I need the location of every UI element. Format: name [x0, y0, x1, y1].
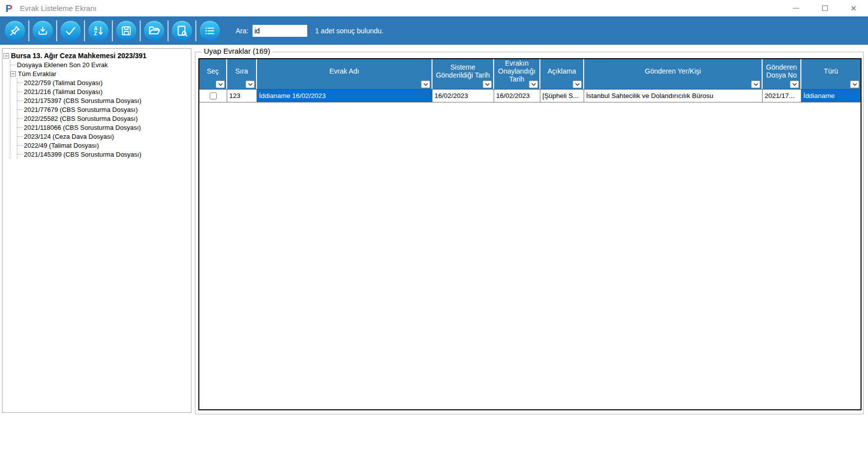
pin-button[interactable] — [5, 21, 25, 41]
search-input[interactable] — [253, 25, 307, 37]
column-filter-button[interactable] — [529, 81, 538, 88]
chevron-down-icon — [754, 83, 758, 86]
tree-item-dosya-5-label: 2021/118066 (CBS Sorusturma Dosyası) — [24, 124, 141, 131]
tree-connector — [17, 154, 22, 155]
table-cell-3[interactable]: 16/02/2023 — [433, 90, 494, 102]
column-header-2[interactable]: Evrak Adı — [257, 59, 433, 89]
tree-item-dosya-6-label: 2023/124 (Ceza Dava Dosyası) — [24, 133, 114, 140]
column-filter-button[interactable] — [850, 81, 859, 88]
close-icon: ✕ — [851, 4, 857, 12]
tree-item-dosya-2-label: 2021/175397 (CBS Sorusturma Dosyası) — [24, 97, 141, 104]
column-filter-button[interactable] — [573, 81, 582, 88]
tree-collapse-toggle[interactable] — [3, 53, 9, 59]
column-header-5[interactable]: Açıklama — [540, 59, 584, 89]
table-cell-6[interactable]: İstanbul Sahtecilik ve Dolandırıcılık Bü… — [584, 90, 763, 102]
evrak-table: SeçSıraEvrak AdıSisteme Gönderildiği Tar… — [198, 58, 862, 410]
minimize-icon — [793, 8, 799, 8]
chevron-down-icon — [485, 83, 490, 86]
close-button[interactable]: ✕ — [839, 0, 868, 16]
tree-item-dosya-6[interactable]: 2023/124 (Ceza Dava Dosyası) — [17, 132, 190, 141]
tree-item-dosya-1[interactable]: 2021/216 (Talimat Dosyası) — [17, 87, 190, 96]
column-filter-button[interactable] — [421, 81, 430, 88]
column-header-0[interactable]: Seç — [199, 59, 227, 89]
tree-connector — [17, 109, 22, 110]
pin-icon — [9, 25, 21, 37]
check-icon — [64, 24, 77, 37]
tree-connector — [17, 83, 22, 83]
column-header-1[interactable]: Sıra — [227, 59, 257, 89]
list-button[interactable] — [200, 21, 220, 41]
tree-item-son-20-evrak-label: Dosyaya Eklenen Son 20 Evrak — [17, 61, 108, 69]
toolbar-separator — [140, 20, 141, 41]
open-folder-button[interactable] — [144, 21, 164, 41]
table-row[interactable]: 123İddianame 16/02/202316/02/202316/02/2… — [199, 90, 861, 102]
tree-item-dosya-8[interactable]: 2021/145399 (CBS Sorusturma Dosyası) — [17, 150, 190, 159]
row-select-checkbox[interactable] — [210, 93, 217, 99]
table-cell-2[interactable]: İddianame 16/02/2023 — [257, 90, 433, 102]
tree-item-dosya-2[interactable]: 2021/175397 (CBS Sorusturma Dosyası) — [17, 96, 190, 105]
column-filter-button[interactable] — [216, 81, 225, 88]
confirm-button[interactable] — [61, 21, 81, 41]
column-filter-button[interactable] — [790, 81, 799, 88]
uyap-evraklar-groupbox: Uyap Evraklar (169) SeçSıraEvrak AdıSist… — [195, 52, 864, 414]
column-header-label: Sisteme Gönderildiği Tarih — [434, 63, 492, 79]
save-button[interactable] — [116, 21, 136, 41]
chevron-down-icon — [218, 83, 223, 86]
column-filter-button[interactable] — [246, 81, 255, 88]
toolbar-separator — [195, 20, 196, 41]
tree-item-tum-evraklar-label: Tüm Evraklar — [18, 70, 56, 78]
table-cell-7[interactable]: 2021/17... — [763, 90, 801, 102]
titlebar: P Evrak Listeleme Ekranı ✕ — [0, 0, 868, 16]
column-header-6[interactable]: Gönderen Yer/Kişi — [584, 59, 763, 89]
column-filter-button[interactable] — [751, 81, 760, 88]
table-cell-0 — [199, 90, 227, 102]
tree-item-dosya-4[interactable]: 2022/25582 (CBS Sorusturma Dosyası) — [17, 114, 190, 123]
column-header-label: Türü — [824, 67, 838, 75]
tree-item-tum-evraklar[interactable]: Tüm Evraklar — [10, 69, 190, 78]
case-tree-panel: Bursa 13. Ağır Ceza Mahkemesi 2023/391Do… — [2, 48, 191, 413]
sort-az-icon: AZ — [92, 25, 104, 37]
chevron-down-icon — [424, 83, 428, 86]
table-cell-1[interactable]: 123 — [227, 90, 257, 102]
svg-text:Z: Z — [94, 31, 97, 36]
document-search-button[interactable] — [172, 21, 192, 41]
table-header-row: SeçSıraEvrak AdıSisteme Gönderildiği Tar… — [199, 59, 861, 90]
column-header-8[interactable]: Türü — [801, 59, 861, 89]
toolbar-separator — [112, 20, 113, 41]
table-cell-4[interactable]: 16/02/2023 — [494, 90, 540, 102]
tree-item-dosya-0[interactable]: 2022/759 (Talimat Dosyası) — [17, 78, 190, 87]
download-button[interactable] — [33, 21, 53, 41]
tree-root-case-label: Bursa 13. Ağır Ceza Mahkemesi 2023/391 — [11, 52, 147, 60]
minimize-button[interactable] — [781, 0, 810, 16]
tree-item-dosya-5[interactable]: 2021/118066 (CBS Sorusturma Dosyası) — [17, 123, 190, 132]
document-search-icon — [175, 24, 188, 37]
column-filter-button[interactable] — [483, 81, 492, 88]
toolbar-separator — [56, 20, 57, 41]
table-cell-5[interactable]: [Şüpheli S... — [540, 90, 584, 102]
column-header-4[interactable]: Evrakın Onaylandığı Tarih — [494, 59, 540, 89]
column-header-3[interactable]: Sisteme Gönderildiği Tarih — [433, 59, 494, 89]
column-header-label: Sıra — [235, 67, 248, 75]
tree-item-dosya-4-label: 2022/25582 (CBS Sorusturma Dosyası) — [24, 115, 138, 122]
tree-item-dosya-8-label: 2021/145399 (CBS Sorusturma Dosyası) — [24, 151, 141, 158]
tree-collapse-toggle[interactable] — [10, 71, 16, 77]
svg-text:P: P — [5, 3, 12, 14]
column-header-7[interactable]: Gönderen Dosya No — [763, 59, 801, 89]
tree-item-dosya-1-label: 2021/216 (Talimat Dosyası) — [24, 88, 102, 95]
sort-button[interactable]: AZ — [88, 21, 108, 41]
window-controls: ✕ — [781, 0, 868, 16]
tree-connector — [17, 136, 22, 137]
app-window: P Evrak Listeleme Ekranı ✕ AZ Ara: 1 ade… — [0, 0, 868, 469]
toolbar-separator — [168, 20, 169, 41]
maximize-button[interactable] — [810, 0, 839, 16]
tree-root-case[interactable]: Bursa 13. Ağır Ceza Mahkemesi 2023/391 — [3, 51, 190, 60]
tree-item-dosya-7-label: 2022/49 (Talimat Dosyası) — [24, 142, 99, 149]
tree-item-dosya-7[interactable]: 2022/49 (Talimat Dosyası) — [17, 141, 190, 150]
tree-item-son-20-evrak[interactable]: Dosyaya Eklenen Son 20 Evrak — [10, 60, 190, 69]
save-icon — [120, 25, 132, 37]
tree-item-dosya-3[interactable]: 2021/77679 (CBS Sorusturma Dosyası) — [17, 105, 190, 114]
table-cell-8[interactable]: İddianame — [801, 90, 861, 102]
window-title: Evrak Listeleme Ekranı — [20, 4, 96, 12]
chevron-down-icon — [248, 83, 253, 86]
column-header-label: Evrakın Onaylandığı Tarih — [496, 59, 538, 83]
